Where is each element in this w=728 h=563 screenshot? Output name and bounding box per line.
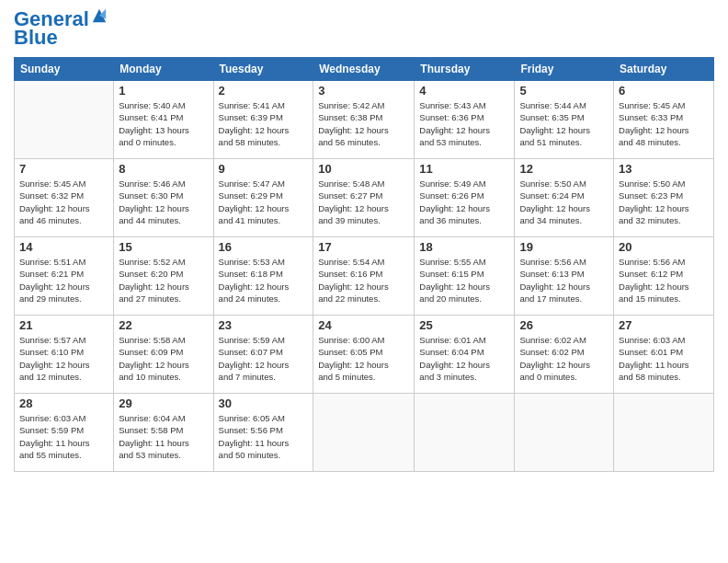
day-info: Sunrise: 5:45 AM Sunset: 6:32 PM Dayligh… xyxy=(19,178,108,226)
calendar-cell: 29Sunrise: 6:04 AM Sunset: 5:58 PM Dayli… xyxy=(114,394,213,472)
day-info: Sunrise: 5:49 AM Sunset: 6:26 PM Dayligh… xyxy=(419,178,509,226)
calendar-cell: 24Sunrise: 6:00 AM Sunset: 6:05 PM Dayli… xyxy=(313,316,415,394)
calendar-cell: 28Sunrise: 6:03 AM Sunset: 5:59 PM Dayli… xyxy=(15,394,114,472)
calendar-cell: 1Sunrise: 5:40 AM Sunset: 6:41 PM Daylig… xyxy=(114,81,213,159)
day-info: Sunrise: 5:51 AM Sunset: 6:21 PM Dayligh… xyxy=(19,256,108,304)
calendar-cell xyxy=(415,394,515,472)
day-info: Sunrise: 5:48 AM Sunset: 6:27 PM Dayligh… xyxy=(318,178,409,226)
day-number: 7 xyxy=(19,162,108,176)
day-header-friday: Friday xyxy=(515,58,614,81)
calendar-cell: 3Sunrise: 5:42 AM Sunset: 6:38 PM Daylig… xyxy=(313,81,415,159)
calendar-cell: 4Sunrise: 5:43 AM Sunset: 6:36 PM Daylig… xyxy=(415,81,515,159)
calendar-cell: 6Sunrise: 5:45 AM Sunset: 6:33 PM Daylig… xyxy=(614,81,714,159)
day-info: Sunrise: 5:50 AM Sunset: 6:24 PM Dayligh… xyxy=(519,178,609,226)
calendar-cell: 25Sunrise: 6:01 AM Sunset: 6:04 PM Dayli… xyxy=(415,316,515,394)
day-info: Sunrise: 6:03 AM Sunset: 5:59 PM Dayligh… xyxy=(19,412,108,461)
day-info: Sunrise: 5:54 AM Sunset: 6:16 PM Dayligh… xyxy=(318,256,409,304)
calendar-cell xyxy=(313,394,415,472)
calendar-cell xyxy=(515,394,614,472)
day-number: 9 xyxy=(219,162,309,176)
day-number: 22 xyxy=(119,318,208,332)
day-number: 28 xyxy=(19,396,108,410)
day-number: 8 xyxy=(119,162,208,176)
day-info: Sunrise: 5:56 AM Sunset: 6:13 PM Dayligh… xyxy=(519,256,609,304)
day-info: Sunrise: 5:53 AM Sunset: 6:18 PM Dayligh… xyxy=(219,256,309,304)
day-number: 17 xyxy=(318,240,409,254)
day-number: 11 xyxy=(419,162,509,176)
day-info: Sunrise: 5:44 AM Sunset: 6:35 PM Dayligh… xyxy=(519,99,609,148)
day-number: 29 xyxy=(119,396,208,410)
day-number: 14 xyxy=(19,240,108,254)
day-number: 20 xyxy=(619,240,709,254)
calendar-cell: 12Sunrise: 5:50 AM Sunset: 6:24 PM Dayli… xyxy=(515,159,614,237)
week-row-4: 28Sunrise: 6:03 AM Sunset: 5:59 PM Dayli… xyxy=(15,394,714,472)
day-header-monday: Monday xyxy=(114,58,213,81)
day-number: 18 xyxy=(419,240,509,254)
day-info: Sunrise: 5:42 AM Sunset: 6:38 PM Dayligh… xyxy=(318,99,409,148)
calendar-table: SundayMondayTuesdayWednesdayThursdayFrid… xyxy=(14,57,714,472)
day-info: Sunrise: 5:58 AM Sunset: 6:09 PM Dayligh… xyxy=(119,334,208,383)
day-info: Sunrise: 6:03 AM Sunset: 6:01 PM Dayligh… xyxy=(619,334,709,383)
day-number: 21 xyxy=(19,318,108,332)
day-number: 24 xyxy=(318,318,409,332)
week-row-2: 14Sunrise: 5:51 AM Sunset: 6:21 PM Dayli… xyxy=(15,237,714,316)
day-info: Sunrise: 5:56 AM Sunset: 6:12 PM Dayligh… xyxy=(619,256,709,304)
logo-icon xyxy=(91,7,108,24)
week-row-0: 1Sunrise: 5:40 AM Sunset: 6:41 PM Daylig… xyxy=(15,81,714,159)
day-info: Sunrise: 6:02 AM Sunset: 6:02 PM Dayligh… xyxy=(519,334,609,383)
calendar-cell: 19Sunrise: 5:56 AM Sunset: 6:13 PM Dayli… xyxy=(515,237,614,316)
day-info: Sunrise: 5:50 AM Sunset: 6:23 PM Dayligh… xyxy=(619,178,709,226)
day-number: 10 xyxy=(318,162,409,176)
day-info: Sunrise: 5:41 AM Sunset: 6:39 PM Dayligh… xyxy=(219,99,309,148)
calendar-cell: 17Sunrise: 5:54 AM Sunset: 6:16 PM Dayli… xyxy=(313,237,415,316)
page: General Blue SundayMondayTuesdayWednesda… xyxy=(0,0,728,563)
calendar-cell: 21Sunrise: 5:57 AM Sunset: 6:10 PM Dayli… xyxy=(15,316,114,394)
calendar-cell: 22Sunrise: 5:58 AM Sunset: 6:09 PM Dayli… xyxy=(114,316,213,394)
day-header-wednesday: Wednesday xyxy=(313,58,415,81)
day-number: 12 xyxy=(519,162,609,176)
day-number: 23 xyxy=(219,318,309,332)
day-number: 27 xyxy=(619,318,709,332)
logo: General Blue xyxy=(14,9,108,50)
calendar-cell: 13Sunrise: 5:50 AM Sunset: 6:23 PM Dayli… xyxy=(614,159,714,237)
calendar-cell: 10Sunrise: 5:48 AM Sunset: 6:27 PM Dayli… xyxy=(313,159,415,237)
calendar-cell xyxy=(15,81,114,159)
calendar-cell: 9Sunrise: 5:47 AM Sunset: 6:29 PM Daylig… xyxy=(213,159,313,237)
day-info: Sunrise: 6:05 AM Sunset: 5:56 PM Dayligh… xyxy=(219,412,309,461)
day-info: Sunrise: 6:04 AM Sunset: 5:58 PM Dayligh… xyxy=(119,412,208,461)
day-info: Sunrise: 5:47 AM Sunset: 6:29 PM Dayligh… xyxy=(219,178,309,226)
day-number: 30 xyxy=(219,396,309,410)
day-number: 25 xyxy=(419,318,509,332)
day-header-thursday: Thursday xyxy=(415,58,515,81)
week-row-1: 7Sunrise: 5:45 AM Sunset: 6:32 PM Daylig… xyxy=(15,159,714,237)
day-number: 5 xyxy=(519,84,609,98)
calendar-cell: 18Sunrise: 5:55 AM Sunset: 6:15 PM Dayli… xyxy=(415,237,515,316)
day-info: Sunrise: 5:57 AM Sunset: 6:10 PM Dayligh… xyxy=(19,334,108,383)
day-info: Sunrise: 5:52 AM Sunset: 6:20 PM Dayligh… xyxy=(119,256,208,304)
day-number: 26 xyxy=(519,318,609,332)
day-number: 6 xyxy=(619,84,709,98)
day-info: Sunrise: 5:59 AM Sunset: 6:07 PM Dayligh… xyxy=(219,334,309,383)
day-number: 4 xyxy=(419,84,509,98)
calendar-cell: 23Sunrise: 5:59 AM Sunset: 6:07 PM Dayli… xyxy=(213,316,313,394)
day-info: Sunrise: 6:01 AM Sunset: 6:04 PM Dayligh… xyxy=(419,334,509,383)
day-header-saturday: Saturday xyxy=(614,58,714,81)
day-number: 3 xyxy=(318,84,409,98)
day-header-sunday: Sunday xyxy=(15,58,114,81)
day-info: Sunrise: 5:55 AM Sunset: 6:15 PM Dayligh… xyxy=(419,256,509,304)
calendar-cell: 20Sunrise: 5:56 AM Sunset: 6:12 PM Dayli… xyxy=(614,237,714,316)
calendar-cell: 27Sunrise: 6:03 AM Sunset: 6:01 PM Dayli… xyxy=(614,316,714,394)
day-number: 1 xyxy=(119,84,208,98)
week-row-3: 21Sunrise: 5:57 AM Sunset: 6:10 PM Dayli… xyxy=(15,316,714,394)
calendar-cell: 26Sunrise: 6:02 AM Sunset: 6:02 PM Dayli… xyxy=(515,316,614,394)
calendar-cell: 14Sunrise: 5:51 AM Sunset: 6:21 PM Dayli… xyxy=(15,237,114,316)
calendar-header-row: SundayMondayTuesdayWednesdayThursdayFrid… xyxy=(15,58,714,81)
calendar-cell: 5Sunrise: 5:44 AM Sunset: 6:35 PM Daylig… xyxy=(515,81,614,159)
calendar-cell: 11Sunrise: 5:49 AM Sunset: 6:26 PM Dayli… xyxy=(415,159,515,237)
day-number: 13 xyxy=(619,162,709,176)
header: General Blue xyxy=(14,9,714,50)
day-number: 2 xyxy=(219,84,309,98)
day-number: 16 xyxy=(219,240,309,254)
calendar-cell: 2Sunrise: 5:41 AM Sunset: 6:39 PM Daylig… xyxy=(213,81,313,159)
calendar-cell: 7Sunrise: 5:45 AM Sunset: 6:32 PM Daylig… xyxy=(15,159,114,237)
